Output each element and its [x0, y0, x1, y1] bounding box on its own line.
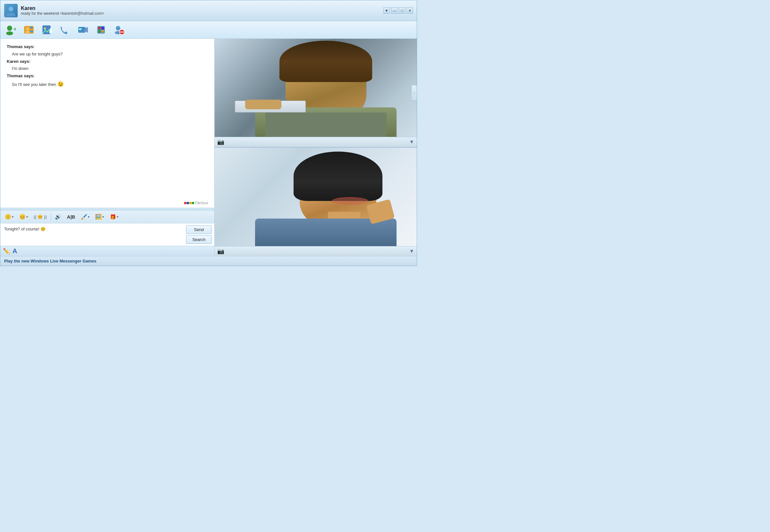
svg-point-4: [6, 31, 13, 35]
effects-icon: (( 😊 )): [34, 214, 47, 219]
msg-text-3: So I'll see you later then 😉: [7, 80, 208, 88]
msg-author-3: Thomas says:: [7, 73, 208, 79]
gift-icon: 🎁: [110, 214, 116, 220]
search-button[interactable]: Search: [186, 235, 212, 244]
status-text: Play the new Windows Live Messenger Game…: [4, 259, 96, 263]
brush-button[interactable]: 🖌️ ▾: [79, 213, 91, 221]
karen-smile: [332, 197, 368, 205]
video-top: 📷 ▼ ›: [215, 39, 417, 148]
status-bar: Play the new Windows Live Messenger Game…: [0, 256, 417, 266]
watermark-sq3: [189, 202, 191, 204]
brush-dropdown-icon: ▾: [88, 215, 89, 219]
svg-rect-23: [101, 30, 104, 33]
msg-author-1: Thomas says:: [7, 44, 208, 50]
main-toolbar: +: [0, 21, 417, 39]
svg-point-10: [29, 30, 33, 32]
svg-point-24: [116, 26, 120, 30]
send-button[interactable]: Send: [186, 225, 212, 234]
thomas-hair: [280, 41, 372, 82]
image-dropdown-icon: ▾: [102, 215, 104, 219]
title-bar: Karen ready for the weekend <karentoh@ho…: [0, 0, 417, 21]
camera-icon-bottom[interactable]: 📷: [217, 248, 224, 255]
contact-info: Karen ready for the weekend <karentoh@ho…: [21, 5, 383, 16]
filesoul-watermark: FileSoul: [184, 201, 208, 205]
chat-messages: Thomas says: Are we up for tonight guys?…: [0, 39, 214, 208]
karen-video-bg: [215, 148, 417, 246]
watermark-sq2: [187, 202, 189, 204]
video-frame-bottom: [215, 148, 417, 246]
svg-text:♪: ♪: [83, 29, 85, 32]
emoji-picker-button[interactable]: 🙂 ▾: [3, 213, 15, 221]
thomas-hand: [245, 100, 281, 110]
message-input[interactable]: Tonight? of course! 😊: [3, 225, 183, 244]
call-button[interactable]: [57, 23, 73, 36]
chat-panel: Thomas says: Are we up for tonight guys?…: [0, 39, 215, 256]
wink-icon: 😊: [19, 214, 26, 220]
video-dropdown-bottom[interactable]: ▼: [409, 248, 414, 254]
svg-rect-22: [98, 30, 101, 33]
svg-text:+: +: [13, 26, 16, 32]
sound-icon: 🔊: [55, 214, 61, 220]
camera-icon-top[interactable]: 📷: [217, 138, 224, 145]
chat-bottom-bar: ✏️ A: [0, 246, 214, 256]
svg-rect-21: [101, 27, 104, 29]
font-button[interactable]: A|B: [65, 213, 77, 220]
gift-button[interactable]: 🎁 ▾: [108, 213, 120, 221]
input-area: Tonight? of course! 😊 Send Search: [0, 223, 214, 246]
window-minimize-btn[interactable]: —: [391, 7, 398, 14]
window-dropdown-btn[interactable]: ▼: [383, 7, 390, 14]
image-insert-button[interactable]: 🖼️ ▾: [93, 213, 106, 221]
resize-handle[interactable]: · · · · · · ·: [0, 208, 214, 211]
video-panel: 📷 ▼ ›: [215, 39, 417, 256]
video-frame-top: [215, 39, 417, 137]
video-dropdown-top[interactable]: ▼: [409, 139, 414, 145]
pencil-icon[interactable]: ✏️: [3, 248, 10, 255]
contact-avatar: [4, 4, 18, 17]
window-controls: ▼ — □ ✕: [383, 7, 413, 14]
video-toolbar-bottom: 📷 ▼: [215, 246, 417, 256]
add-contact-button[interactable]: +: [4, 23, 19, 36]
svg-point-7: [26, 27, 29, 30]
wink-picker-button[interactable]: 😊 ▾: [17, 213, 30, 221]
video-toolbar-top: 📷 ▼: [215, 137, 417, 147]
sound-button[interactable]: 🔊: [53, 213, 63, 221]
input-buttons: Send Search: [186, 225, 212, 244]
svg-rect-13: [49, 30, 52, 33]
window-close-btn[interactable]: ✕: [406, 7, 413, 14]
watermark-text: FileSoul: [195, 201, 208, 205]
svg-rect-20: [98, 27, 101, 29]
window-maximize-btn[interactable]: □: [399, 7, 405, 14]
svg-marker-16: [85, 27, 88, 33]
font-size-icon[interactable]: A: [13, 247, 17, 255]
svg-point-2: [9, 7, 13, 11]
watermark-sq4: [192, 202, 194, 204]
image-icon: 🖼️: [95, 214, 102, 220]
karen-hair: [294, 152, 382, 201]
contact-status: ready for the weekend <karentoh@hotmail.…: [21, 11, 383, 16]
main-content: Thomas says: Are we up for tonight guys?…: [0, 39, 417, 256]
msg-author-2: Karen says:: [7, 58, 208, 65]
wink-dropdown-icon: ▾: [26, 215, 28, 219]
contact-name: Karen: [21, 5, 383, 11]
brush-icon: 🖌️: [81, 214, 87, 220]
sidebar-collapse-tab[interactable]: ›: [411, 85, 417, 101]
watermark-sq1: [184, 202, 186, 204]
send-file-button[interactable]: [39, 23, 55, 36]
games-button[interactable]: [93, 23, 109, 36]
wink-emoji: 😉: [57, 81, 64, 87]
svg-rect-17: [79, 28, 81, 30]
svg-point-8: [30, 26, 33, 29]
thomas-shirt: [265, 112, 387, 137]
video-activities-button[interactable]: ♪: [75, 23, 91, 36]
msg-text-1: Are we up for tonight guys?: [7, 51, 208, 58]
block-contact-button[interactable]: [111, 23, 127, 36]
effects-button[interactable]: (( 😊 )): [32, 213, 49, 220]
format-toolbar: 🙂 ▾ 😊 ▾ (( 😊 )) 🔊 A|B 🖌️: [0, 211, 214, 223]
font-icon: A|B: [67, 214, 75, 220]
main-window: Karen ready for the weekend <karentoh@ho…: [0, 0, 417, 266]
svg-point-3: [7, 26, 12, 31]
contact-list-button[interactable]: [21, 23, 37, 36]
format-sep-1: [51, 213, 51, 220]
watermark-squares: [184, 202, 194, 204]
svg-point-12: [44, 28, 46, 29]
